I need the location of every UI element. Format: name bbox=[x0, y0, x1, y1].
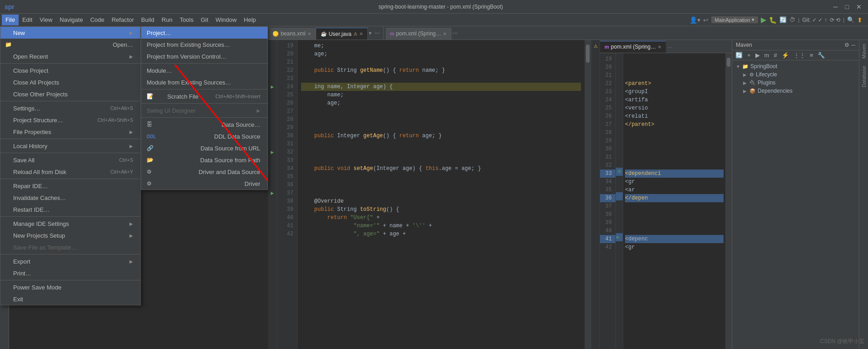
update-button[interactable]: ⬆ bbox=[857, 16, 863, 24]
menu-close-all-projects[interactable]: Close All Projects bbox=[0, 76, 140, 88]
tab-pom-xml-close[interactable]: ✕ bbox=[443, 31, 446, 36]
run-button[interactable]: ▶ bbox=[761, 15, 766, 24]
right-tab-maven[interactable]: Maven bbox=[860, 40, 868, 62]
maven-plugins[interactable]: ▶ 🔌 Plugins bbox=[732, 79, 859, 87]
pom-run-icon-33[interactable]: ⚙ bbox=[618, 170, 621, 174]
maven-minimize-icon[interactable]: ─ bbox=[851, 42, 855, 48]
new-scratch-file[interactable]: 📝 Scratch File Ctrl+Alt+Shift+Insert bbox=[141, 90, 268, 102]
maven-wrench-btn[interactable]: 🔧 bbox=[816, 51, 826, 59]
menu-repair-ide[interactable]: Repair IDE… bbox=[0, 180, 140, 192]
tree-expand-lifecycle[interactable]: ▶ bbox=[743, 72, 749, 77]
toolbar-icon-back[interactable]: ↩ bbox=[703, 16, 709, 24]
menu-window[interactable]: Window bbox=[212, 15, 240, 25]
menu-reload-all[interactable]: Reload All from Disk Ctrl+Alt+Y bbox=[0, 166, 140, 178]
menu-tools[interactable]: Tools bbox=[176, 15, 197, 25]
new-project-from-vcs[interactable]: Project from Version Control… bbox=[141, 50, 268, 62]
tab-user-java[interactable]: ☕ User.java ⚠ ✕ bbox=[316, 28, 368, 40]
pom-code-content[interactable]: <parent> <groupI <artifa <versio <relati… bbox=[623, 53, 725, 349]
menu-new-projects-setup[interactable]: New Projects Setup ▶ bbox=[0, 229, 140, 241]
close-button[interactable]: ✕ bbox=[854, 3, 863, 10]
tab-more-options[interactable]: ⋯ bbox=[374, 30, 380, 36]
debug-button[interactable]: 🐛 bbox=[769, 16, 777, 24]
menu-open[interactable]: 📁 Open… bbox=[0, 39, 140, 50]
right-tab-database[interactable]: Database bbox=[860, 62, 868, 91]
code-content[interactable]: me; age; public String getName() { retur… bbox=[298, 40, 585, 349]
menu-open-recent[interactable]: Open Recent ▶ bbox=[0, 50, 140, 62]
new-data-source[interactable]: 🗄 Data Source… bbox=[141, 119, 268, 130]
menu-project-structure[interactable]: Project Structure… Ctrl+Alt+Shift+S bbox=[0, 114, 140, 126]
menu-manage-ide-settings[interactable]: Manage IDE Settings ▶ bbox=[0, 218, 140, 229]
minimize-button[interactable]: ─ bbox=[832, 3, 840, 10]
menu-help[interactable]: Help bbox=[240, 15, 260, 25]
tree-expand-plugins[interactable]: ▶ bbox=[743, 80, 749, 85]
menu-restart-ide[interactable]: Restart IDE… bbox=[0, 204, 140, 215]
pom-tab-dropdown[interactable]: ⋯ bbox=[452, 30, 458, 36]
menu-build[interactable]: Build bbox=[138, 15, 158, 25]
menu-invalidate-caches[interactable]: Invalidate Caches… bbox=[0, 192, 140, 204]
pom-scrollbar[interactable] bbox=[725, 53, 732, 349]
new-module-from-existing[interactable]: Module from Existing Sources… bbox=[141, 76, 268, 88]
tab-pom-xml[interactable]: m pom.xml (Spring… ✕ bbox=[386, 28, 452, 40]
profile-button[interactable]: ⏱ bbox=[789, 16, 795, 23]
menu-edit[interactable]: Edit bbox=[19, 15, 36, 25]
tab-beans-xml[interactable]: 🟡 beans.xml ✕ bbox=[268, 28, 316, 40]
menu-git[interactable]: Git bbox=[197, 15, 212, 25]
menu-save-all[interactable]: Save All Ctrl+S bbox=[0, 154, 140, 166]
maven-tree-root[interactable]: ▼ 📁 SpringBoot bbox=[732, 62, 859, 70]
menu-close-project[interactable]: Close Project bbox=[0, 65, 140, 76]
pom-run-icon-41[interactable]: ⚙ bbox=[616, 235, 619, 239]
run-icon-34[interactable]: ▶ bbox=[271, 150, 274, 155]
run-icon-39[interactable]: ▶ bbox=[271, 191, 274, 195]
maven-dependencies[interactable]: ▶ 📦 Dependencies bbox=[732, 87, 859, 95]
tab-user-java-close[interactable]: ✕ bbox=[359, 31, 363, 36]
new-project-from-existing[interactable]: Project from Existing Sources… bbox=[141, 39, 268, 50]
tree-expand-root[interactable]: ▼ bbox=[736, 64, 741, 69]
new-data-source-from-path[interactable]: 📂 Data Source from Path bbox=[141, 154, 268, 166]
new-ddl-data-source[interactable]: DDL DDL Data Source bbox=[141, 130, 268, 142]
menu-file[interactable]: File bbox=[2, 15, 19, 25]
git-actions[interactable]: ⟳ ⟲ bbox=[830, 17, 840, 23]
menu-navigate[interactable]: Navigate bbox=[56, 15, 86, 25]
search-button[interactable]: 🔍 bbox=[847, 16, 854, 23]
menu-view[interactable]: View bbox=[36, 15, 56, 25]
tab-beans-xml-close[interactable]: ✕ bbox=[308, 31, 311, 36]
menu-close-other-projects[interactable]: Close Other Projects bbox=[0, 88, 140, 100]
maven-lifecycle[interactable]: ▶ ⚙ Lifecycle bbox=[732, 70, 859, 79]
maven-hash-btn[interactable]: # bbox=[772, 51, 778, 59]
toolbar-icon-user[interactable]: 👤▾ bbox=[689, 16, 700, 24]
menu-print[interactable]: Print… bbox=[0, 267, 140, 279]
maven-m-btn[interactable]: m bbox=[763, 51, 771, 59]
new-project[interactable]: Project… bbox=[141, 27, 268, 39]
maven-run-btn[interactable]: ▶ bbox=[754, 51, 761, 59]
new-driver-and-data-source[interactable]: ⚙ Driver and Data Source bbox=[141, 166, 268, 178]
menu-local-history[interactable]: Local History ▶ bbox=[0, 140, 140, 152]
new-module[interactable]: Module… bbox=[141, 65, 268, 76]
scrollbar-thumb[interactable] bbox=[586, 45, 590, 63]
coverage-button[interactable]: 🔄 bbox=[779, 16, 787, 23]
menu-new[interactable]: New ▶ bbox=[0, 27, 140, 39]
maven-cols-btn[interactable]: ⋮⋮ bbox=[792, 51, 807, 59]
git-status-icon[interactable]: Git: ✓ ✓ ↑ bbox=[802, 17, 827, 23]
menu-refactor[interactable]: Refactor bbox=[108, 15, 138, 25]
pom-scrollbar-thumb[interactable] bbox=[727, 58, 730, 67]
menu-run[interactable]: Run bbox=[158, 15, 176, 25]
menu-export[interactable]: Export ▶ bbox=[0, 255, 140, 267]
menu-code[interactable]: Code bbox=[87, 15, 108, 25]
menu-exit[interactable]: Exit bbox=[0, 293, 140, 305]
menu-power-save-mode[interactable]: Power Save Mode bbox=[0, 281, 140, 293]
new-driver[interactable]: ⚙ Driver bbox=[141, 178, 268, 189]
maven-align-btn[interactable]: ≡ bbox=[808, 51, 815, 59]
maven-bolt-btn[interactable]: ⚡ bbox=[780, 51, 790, 59]
menu-file-properties[interactable]: File Properties ▶ bbox=[0, 126, 140, 138]
run-icon-26[interactable]: ▶ bbox=[271, 85, 274, 89]
maven-add-btn[interactable]: + bbox=[746, 51, 752, 59]
new-data-source-from-url[interactable]: 🔗 Data Source from URL bbox=[141, 142, 268, 154]
pom-tab-close[interactable]: ✕ bbox=[658, 45, 661, 50]
maximize-button[interactable]: □ bbox=[843, 3, 851, 10]
maven-refresh-btn[interactable]: 🔄 bbox=[734, 51, 744, 59]
pom-tab-active[interactable]: m pom.xml (Spring… ✕ bbox=[600, 41, 666, 53]
tab-dropdown-arrow[interactable]: ▾ bbox=[369, 30, 372, 36]
maven-settings-icon[interactable]: ⚙ bbox=[844, 42, 849, 48]
scrollbar-right[interactable] bbox=[585, 40, 591, 349]
tree-expand-deps[interactable]: ▶ bbox=[743, 89, 749, 94]
